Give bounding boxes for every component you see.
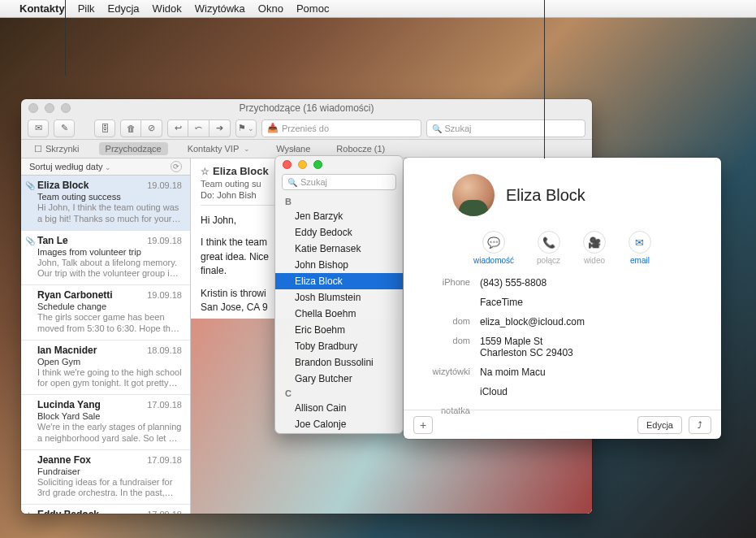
minimize-icon[interactable] bbox=[298, 160, 307, 169]
refresh-icon[interactable]: ⟳ bbox=[171, 161, 182, 172]
field-label: iPhone bbox=[423, 277, 480, 289]
sort-bar[interactable]: Sortuj według daty ⟳ bbox=[21, 158, 190, 176]
message-item[interactable]: ★Eddy Bedock17.09.18Coming to TownHey, s… bbox=[21, 505, 190, 514]
message-item[interactable]: 📎Tan Le19.09.18Images from volunteer tri… bbox=[21, 231, 190, 286]
contact-row[interactable]: Joe Calonje bbox=[275, 416, 403, 432]
contact-row[interactable]: Josh Blumstein bbox=[275, 289, 403, 306]
message-date: 18.09.18 bbox=[147, 345, 182, 355]
message-action[interactable]: 💬wiadomość bbox=[473, 231, 514, 265]
tab-drafts[interactable]: Robocze (1) bbox=[330, 142, 391, 155]
message-item[interactable]: Ian Macnider18.09.18Open GymI think we'r… bbox=[21, 341, 190, 396]
message-preview: Soliciting ideas for a fundraiser for 3r… bbox=[37, 477, 182, 500]
mail-toolbar: ✉ ✎ 🗄 🗑 ⊘ ↩ ⤺ ➔ ⚑ 📥 Przenieś do Szukaj bbox=[21, 117, 592, 140]
contact-row[interactable]: Toby Bradbury bbox=[275, 338, 403, 354]
attachment-icon: 📎 bbox=[25, 236, 35, 245]
message-date: 19.09.18 bbox=[147, 290, 182, 300]
message-from: Ian Macnider bbox=[37, 345, 97, 356]
contact-row[interactable]: Eliza Block bbox=[275, 273, 403, 289]
close-icon[interactable] bbox=[283, 160, 292, 169]
contact-field: dom1559 Maple St Charleston SC 29403 bbox=[423, 332, 702, 362]
field-value[interactable]: FaceTime bbox=[480, 297, 702, 308]
sort-label: Sortuj według daty bbox=[29, 162, 111, 171]
zoom-icon[interactable] bbox=[61, 103, 71, 113]
tab-inbox[interactable]: Przychodzące bbox=[99, 142, 168, 155]
contact-row[interactable]: Jen Barzyk bbox=[275, 208, 403, 224]
video-action[interactable]: 🎥wideo bbox=[583, 231, 606, 265]
field-label bbox=[423, 386, 480, 397]
message-from: Eddy Bedock bbox=[37, 509, 99, 514]
message-preview: The girls soccer game has been moved fro… bbox=[37, 312, 182, 335]
menu-window[interactable]: Okno bbox=[258, 2, 283, 15]
flag-button[interactable]: ⚑ bbox=[235, 119, 257, 137]
minimize-icon[interactable] bbox=[45, 103, 54, 113]
to-value: John Bish bbox=[217, 190, 256, 200]
message-date: 17.09.18 bbox=[147, 455, 182, 465]
edit-button[interactable]: Edycja bbox=[637, 416, 682, 434]
junk-button[interactable]: ⊘ bbox=[141, 119, 162, 137]
archive-button[interactable]: 🗄 bbox=[94, 119, 115, 137]
message-item[interactable]: Ryan Carbonetti19.09.18Schedule changeTh… bbox=[21, 285, 190, 341]
add-button[interactable]: + bbox=[413, 416, 433, 434]
contact-row[interactable]: John Bishop bbox=[275, 257, 403, 273]
contact-row[interactable]: Eddy Bedock bbox=[275, 224, 403, 241]
field-value[interactable]: eliza_block@icloud.com bbox=[480, 316, 702, 328]
field-value[interactable]: Na moim Macu bbox=[480, 367, 702, 378]
message-item[interactable]: Jeanne Fox17.09.18FundraiserSoliciting i… bbox=[21, 450, 190, 505]
share-button[interactable]: ⤴ bbox=[689, 416, 711, 434]
move-to-field[interactable]: 📥 Przenieś do bbox=[261, 119, 421, 137]
field-value[interactable]: 1559 Maple St Charleston SC 29403 bbox=[480, 336, 702, 358]
menu-card[interactable]: Wizytówka bbox=[195, 2, 245, 15]
tab-sent[interactable]: Wysłane bbox=[270, 142, 317, 155]
menu-file[interactable]: Pilk bbox=[78, 2, 95, 15]
message-icon: 💬 bbox=[482, 231, 505, 254]
field-label: dom bbox=[423, 316, 480, 328]
message-preview: Hi John, I think the team outing was a b… bbox=[37, 202, 182, 225]
reply-all-button[interactable]: ⤺ bbox=[188, 119, 210, 137]
contact-row[interactable]: Gary Butcher bbox=[275, 371, 403, 387]
message-from: Eliza Block bbox=[37, 180, 89, 191]
video-icon: 🎥 bbox=[583, 231, 606, 254]
get-mail-button[interactable]: ✉ bbox=[28, 119, 49, 137]
to-label: Do: bbox=[201, 190, 214, 200]
mail-search-field[interactable]: Szukaj bbox=[426, 119, 586, 137]
contact-field: wizytówkiNa moim Macu bbox=[423, 362, 702, 382]
message-date: 19.09.18 bbox=[147, 236, 182, 245]
contact-row[interactable]: Chella Boehm bbox=[275, 306, 403, 322]
message-date: 17.09.18 bbox=[147, 510, 182, 514]
delete-button[interactable]: 🗑 bbox=[120, 119, 141, 137]
field-label: dom bbox=[423, 336, 480, 358]
field-value[interactable]: (843) 555-8808 bbox=[480, 277, 702, 289]
forward-button[interactable]: ➔ bbox=[210, 119, 231, 137]
contact-row[interactable]: Katie Bernasek bbox=[275, 241, 403, 257]
email-icon: ✉ bbox=[629, 231, 651, 254]
tab-mailboxes[interactable]: ☐Skrzynki bbox=[28, 142, 86, 156]
message-subject: Images from volunteer trip bbox=[37, 247, 182, 257]
contact-row[interactable]: Brandon Bussolini bbox=[275, 354, 403, 371]
contacts-search-placeholder: Szukaj bbox=[300, 177, 327, 187]
message-list-pane: Sortuj według daty ⟳ 📎Eliza Block19.09.1… bbox=[21, 158, 191, 514]
email-action[interactable]: ✉email bbox=[629, 231, 651, 265]
menu-edit[interactable]: Edycja bbox=[108, 2, 140, 15]
field-value[interactable]: iCloud bbox=[480, 386, 702, 397]
move-to-placeholder: Przenieś do bbox=[282, 124, 329, 133]
avatar[interactable] bbox=[452, 174, 495, 216]
zoom-icon[interactable] bbox=[313, 160, 322, 169]
menu-help[interactable]: Pomoc bbox=[296, 2, 329, 15]
compose-button[interactable]: ✎ bbox=[54, 119, 75, 137]
message-date: 17.09.18 bbox=[147, 400, 182, 410]
message-item[interactable]: 📎Eliza Block19.09.18Team outing successH… bbox=[21, 176, 190, 231]
message-subject: Fundraiser bbox=[37, 466, 182, 476]
menu-app[interactable]: Kontakty bbox=[19, 2, 65, 15]
message-preview: I think we're going to the high school f… bbox=[37, 367, 182, 390]
message-item[interactable]: Lucinda Yang17.09.18Block Yard SaleWe're… bbox=[21, 395, 190, 450]
reply-button[interactable]: ↩ bbox=[167, 119, 188, 137]
close-icon[interactable] bbox=[28, 103, 38, 113]
call-action[interactable]: 📞połącz bbox=[537, 231, 560, 265]
tab-vip[interactable]: Kontakty VIP bbox=[181, 142, 257, 155]
contact-row[interactable]: Allison Cain bbox=[275, 400, 403, 416]
star-icon[interactable]: ☆ bbox=[201, 166, 210, 177]
contacts-search-field[interactable]: Szukaj bbox=[282, 174, 396, 190]
message-subject: Open Gym bbox=[37, 357, 182, 367]
contact-row[interactable]: Eric Boehm bbox=[275, 322, 403, 338]
menu-view[interactable]: Widok bbox=[153, 2, 182, 15]
